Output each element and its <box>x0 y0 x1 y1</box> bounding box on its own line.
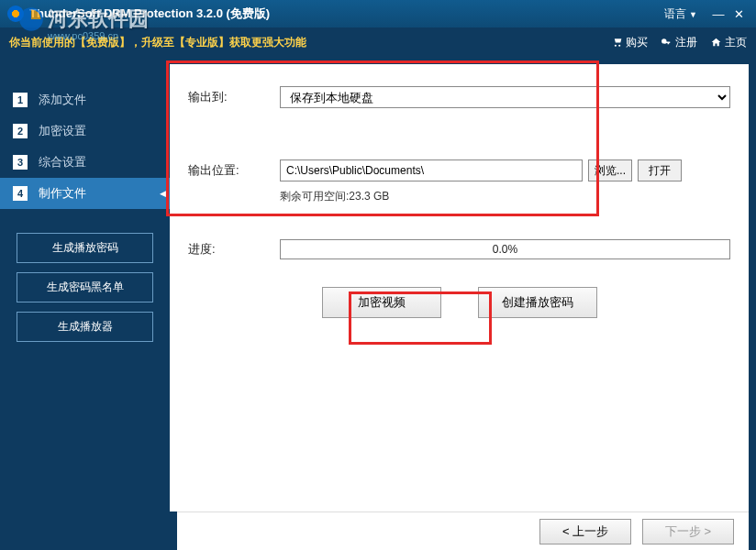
output-path-input[interactable] <box>280 160 583 182</box>
register-button[interactable]: 注册 <box>661 35 697 50</box>
output-to-select[interactable]: 保存到本地硬盘 <box>280 86 730 108</box>
key-icon <box>661 37 673 49</box>
progress-label: 进度: <box>188 241 280 258</box>
close-button[interactable]: ✕ <box>728 7 749 21</box>
gen-play-password-button[interactable]: 生成播放密码 <box>17 233 153 263</box>
open-button[interactable]: 打开 <box>638 160 682 182</box>
step-label: 制作文件 <box>39 185 86 202</box>
titlebar: ThunderSoft DRM Protection 3.2.0 (免费版) 语… <box>0 0 756 28</box>
browse-button[interactable]: 浏览... <box>588 160 632 182</box>
encrypt-video-button[interactable]: 加密视频 <box>322 287 441 318</box>
toolbar: 你当前使用的【免费版】，升级至【专业版】获取更强大功能 购买 注册 主页 <box>0 28 756 57</box>
free-space-info: 剩余可用空间:23.3 GB <box>280 189 730 204</box>
step-label: 添加文件 <box>39 92 86 108</box>
step-general-settings[interactable]: 3 综合设置 <box>0 147 170 178</box>
minimize-button[interactable]: — <box>708 7 728 21</box>
gen-blacklist-button[interactable]: 生成密码黑名单 <box>17 272 153 302</box>
app-logo-icon <box>7 6 24 22</box>
gen-player-button[interactable]: 生成播放器 <box>17 312 153 342</box>
cart-icon <box>611 37 623 49</box>
sidebar: 1 添加文件 2 加密设置 3 综合设置 4 制作文件 生成播放密码 生成密码黑… <box>0 57 170 512</box>
progress-bar: 0.0% <box>280 239 730 259</box>
create-play-password-button[interactable]: 创建播放密码 <box>478 287 597 318</box>
upgrade-notice: 你当前使用的【免费版】，升级至【专业版】获取更强大功能 <box>9 35 598 50</box>
chevron-down-icon: ▼ <box>689 10 697 19</box>
footer: < 上一步 下一步 > <box>177 512 749 550</box>
step-label: 综合设置 <box>39 154 86 170</box>
prev-step-button[interactable]: < 上一步 <box>539 519 631 544</box>
home-icon <box>710 37 722 49</box>
next-step-button[interactable]: 下一步 > <box>642 519 734 544</box>
language-selector[interactable]: 语言▼ <box>664 6 697 22</box>
step-label: 加密设置 <box>39 123 86 139</box>
output-to-label: 输出到: <box>188 89 280 105</box>
output-path-label: 输出位置: <box>188 162 280 179</box>
step-encrypt-settings[interactable]: 2 加密设置 <box>0 116 170 147</box>
step-add-files[interactable]: 1 添加文件 <box>0 84 170 116</box>
buy-button[interactable]: 购买 <box>611 35 648 50</box>
step-create-file[interactable]: 4 制作文件 <box>0 178 170 209</box>
app-title: ThunderSoft DRM Protection 3.2.0 (免费版) <box>29 6 664 22</box>
home-button[interactable]: 主页 <box>710 35 747 50</box>
main-panel: 输出到: 保存到本地硬盘 输出位置: 浏览... 打开 剩余可用空间:23.3 … <box>170 64 749 512</box>
